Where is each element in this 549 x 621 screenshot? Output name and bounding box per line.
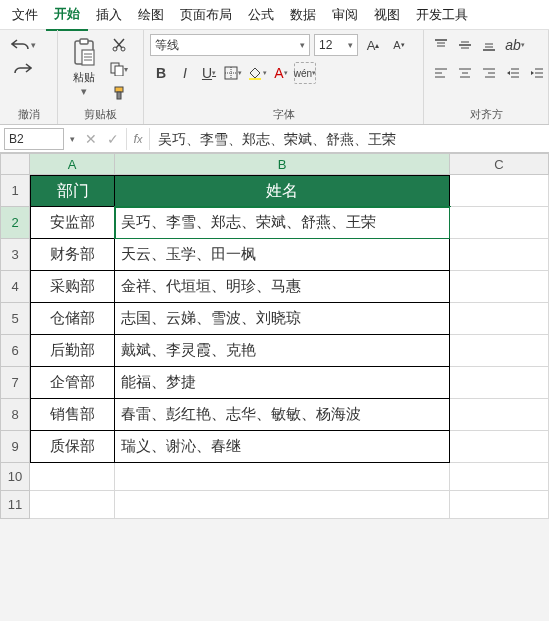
cell-A6[interactable]: 后勤部 [30, 335, 115, 367]
clipboard-icon [66, 34, 102, 70]
menu-bar: 文件开始插入绘图页面布局公式数据审阅视图开发工具 [0, 0, 549, 30]
cell-B1[interactable]: 姓名 [115, 175, 450, 207]
row-header-6[interactable]: 6 [0, 335, 30, 367]
underline-button[interactable]: U▾ [198, 62, 220, 84]
formula-bar: B2 ▾ ✕ ✓ fx 吴巧、李雪、郑志、荣斌、舒燕、王荣 [0, 125, 549, 153]
orientation-button[interactable]: ab▾ [502, 34, 528, 56]
cut-button[interactable] [108, 34, 130, 56]
row-header-2[interactable]: 2 [0, 207, 30, 239]
group-label-clipboard: 剪贴板 [64, 106, 137, 122]
cell-B5[interactable]: 志国、云娣、雪波、刘晓琼 [115, 303, 450, 335]
select-all-corner[interactable] [0, 153, 30, 175]
cell-C11[interactable] [450, 491, 549, 519]
name-box[interactable]: B2 [4, 128, 64, 150]
align-left-button[interactable] [430, 62, 452, 84]
cell-C2[interactable] [450, 207, 549, 239]
cell-B9[interactable]: 瑞义、谢沁、春继 [115, 431, 450, 463]
cell-C1[interactable] [450, 175, 549, 207]
cell-C8[interactable] [450, 399, 549, 431]
group-label-align: 对齐方 [430, 106, 542, 122]
row-header-7[interactable]: 7 [0, 367, 30, 399]
cell-A4[interactable]: 采购部 [30, 271, 115, 303]
cell-A2[interactable]: 安监部 [30, 207, 115, 239]
col-header-B[interactable]: B [115, 153, 450, 175]
bold-button[interactable]: B [150, 62, 172, 84]
row-header-1[interactable]: 1 [0, 175, 30, 207]
align-top-button[interactable] [430, 34, 452, 56]
col-header-C[interactable]: C [450, 153, 549, 175]
cell-B11[interactable] [115, 491, 450, 519]
cell-B8[interactable]: 春雷、彭红艳、志华、敏敏、杨海波 [115, 399, 450, 431]
row-header-5[interactable]: 5 [0, 303, 30, 335]
svg-rect-17 [249, 78, 261, 80]
fx-button[interactable]: fx [126, 128, 150, 150]
svg-rect-11 [115, 66, 123, 76]
cell-B10[interactable] [115, 463, 450, 491]
cancel-formula-button[interactable]: ✕ [80, 128, 102, 150]
cell-B6[interactable]: 戴斌、李灵霞、克艳 [115, 335, 450, 367]
svg-rect-13 [117, 92, 121, 99]
cell-C3[interactable] [450, 239, 549, 271]
decrease-indent-button[interactable] [502, 62, 524, 84]
align-bottom-button[interactable] [478, 34, 500, 56]
decrease-font-button[interactable]: A▾ [388, 34, 410, 56]
align-right-button[interactable] [478, 62, 500, 84]
font-name-select[interactable]: 等线▾ [150, 34, 310, 56]
row-header-9[interactable]: 9 [0, 431, 30, 463]
confirm-formula-button[interactable]: ✓ [102, 128, 124, 150]
cell-C9[interactable] [450, 431, 549, 463]
row-header-8[interactable]: 8 [0, 399, 30, 431]
align-center-button[interactable] [454, 62, 476, 84]
menu-item-0[interactable]: 文件 [4, 0, 46, 30]
increase-indent-button[interactable] [526, 62, 548, 84]
menu-item-3[interactable]: 绘图 [130, 0, 172, 30]
spreadsheet-grid: A B C 1部门姓名2安监部吴巧、李雪、郑志、荣斌、舒燕、王荣3财务部天云、玉… [0, 153, 549, 519]
row-header-3[interactable]: 3 [0, 239, 30, 271]
col-header-A[interactable]: A [30, 153, 115, 175]
svg-rect-1 [80, 39, 88, 44]
copy-button[interactable]: ▾ [108, 58, 130, 80]
menu-item-2[interactable]: 插入 [88, 0, 130, 30]
cell-B2[interactable]: 吴巧、李雪、郑志、荣斌、舒燕、王荣 [115, 207, 450, 239]
menu-item-9[interactable]: 开发工具 [408, 0, 476, 30]
border-button[interactable]: ▾ [222, 62, 244, 84]
italic-button[interactable]: I [174, 62, 196, 84]
align-middle-button[interactable] [454, 34, 476, 56]
cell-C7[interactable] [450, 367, 549, 399]
fill-color-button[interactable]: ▾ [246, 62, 268, 84]
formula-input[interactable]: 吴巧、李雪、郑志、荣斌、舒燕、王荣 [152, 128, 549, 150]
cell-B4[interactable]: 金祥、代垣垣、明珍、马惠 [115, 271, 450, 303]
cell-C4[interactable] [450, 271, 549, 303]
cell-C10[interactable] [450, 463, 549, 491]
redo-button[interactable] [6, 58, 40, 80]
paste-button[interactable]: 粘贴▾ [64, 34, 104, 98]
cell-A5[interactable]: 仓储部 [30, 303, 115, 335]
font-color-button[interactable]: A▾ [270, 62, 292, 84]
cell-A7[interactable]: 企管部 [30, 367, 115, 399]
font-size-select[interactable]: 12▾ [314, 34, 358, 56]
menu-item-6[interactable]: 数据 [282, 0, 324, 30]
format-painter-button[interactable] [108, 82, 130, 104]
cell-B3[interactable]: 天云、玉学、田一枫 [115, 239, 450, 271]
menu-item-4[interactable]: 页面布局 [172, 0, 240, 30]
cell-C6[interactable] [450, 335, 549, 367]
cell-A3[interactable]: 财务部 [30, 239, 115, 271]
cell-A8[interactable]: 销售部 [30, 399, 115, 431]
menu-item-5[interactable]: 公式 [240, 0, 282, 30]
row-header-11[interactable]: 11 [0, 491, 30, 519]
cell-A11[interactable] [30, 491, 115, 519]
menu-item-1[interactable]: 开始 [46, 0, 88, 31]
namebox-dropdown[interactable]: ▾ [64, 128, 80, 150]
cell-A9[interactable]: 质保部 [30, 431, 115, 463]
phonetic-button[interactable]: wén▾ [294, 62, 316, 84]
menu-item-8[interactable]: 视图 [366, 0, 408, 30]
cell-A1[interactable]: 部门 [30, 175, 115, 207]
cell-B7[interactable]: 能福、梦捷 [115, 367, 450, 399]
increase-font-button[interactable]: A▴ [362, 34, 384, 56]
row-header-10[interactable]: 10 [0, 463, 30, 491]
menu-item-7[interactable]: 审阅 [324, 0, 366, 30]
cell-A10[interactable] [30, 463, 115, 491]
row-header-4[interactable]: 4 [0, 271, 30, 303]
cell-C5[interactable] [450, 303, 549, 335]
undo-button[interactable]: ▾ [6, 34, 40, 56]
